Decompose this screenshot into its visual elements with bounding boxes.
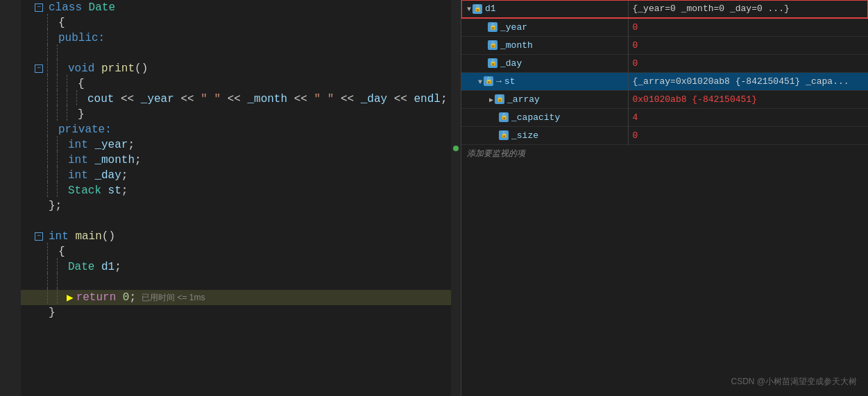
indent: [47, 289, 67, 307]
var-icon: 🔒: [499, 112, 509, 122]
watch-row[interactable]: 🔒_size0: [461, 126, 868, 144]
code-line: {: [21, 244, 451, 259]
watch-value-cell: {_year=0 _month=0 _day=0 ...}: [628, 0, 868, 18]
token: " ": [201, 93, 221, 105]
token: ;: [128, 139, 135, 151]
type-arrow: →: [496, 76, 502, 87]
token: Date: [68, 261, 101, 273]
expand-arrow[interactable]: ▼: [467, 6, 471, 13]
watch-row[interactable]: ▼🔒d1{_year=0 _month=0 _day=0 ...}: [461, 0, 868, 18]
var-icon: 🔒: [488, 22, 497, 32]
watch-name-cell: 🔒_month: [461, 36, 628, 54]
token: int: [49, 230, 75, 243]
watch-name-cell: ▼🔒→st: [461, 72, 628, 90]
indent-line: [57, 44, 67, 60]
indent-line: [47, 258, 57, 273]
code-text: Date d1;: [67, 261, 451, 273]
watch-name-cell: 🔒_size: [461, 126, 628, 144]
token: {: [58, 17, 65, 29]
code-line: cout << _year << " " << _month << " " <<…: [21, 92, 451, 107]
watch-variable-name: _day: [500, 58, 522, 69]
expand-arrow[interactable]: ▼: [478, 78, 482, 86]
watch-row[interactable]: 🔒_year0: [461, 18, 868, 36]
code-line: Date d1;: [21, 259, 451, 275]
line-control[interactable]: −: [21, 64, 47, 73]
indent-line: [57, 136, 67, 151]
indent-line: [47, 289, 57, 304]
indent-line: [57, 289, 67, 304]
watch-value-cell: 0: [628, 54, 868, 72]
token: print: [101, 62, 135, 75]
code-text: int _day;: [67, 169, 451, 182]
token: {: [78, 78, 85, 90]
fold-button[interactable]: −: [35, 232, 43, 241]
code-text: public:: [57, 32, 451, 44]
code-text: cout << _year << " " << _month << " " <<…: [86, 93, 451, 105]
left-gutter: [0, 0, 21, 396]
watch-value-cell: {_array=0x01020ab8 {-842150451} _capa...: [628, 72, 868, 90]
indent-line: [57, 258, 67, 273]
fold-button[interactable]: −: [35, 64, 43, 73]
var-icon: 🔒: [488, 58, 497, 68]
indent-line: [47, 60, 57, 75]
token: endl: [414, 93, 441, 105]
watch-row[interactable]: ▼🔒→st{_array=0x01020ab8 {-842150451} _ca…: [461, 72, 868, 90]
indent-line: [67, 75, 76, 90]
token: _day: [94, 169, 121, 182]
token: <<: [174, 93, 201, 105]
watch-variable-name: _month: [500, 40, 533, 51]
scrollbar[interactable]: [451, 0, 461, 396]
token: _year: [141, 93, 174, 105]
line-control[interactable]: −: [21, 3, 47, 12]
indent-line: [47, 151, 57, 166]
line-control[interactable]: −: [21, 232, 47, 241]
watch-name-cell: ▶🔒_array: [461, 90, 628, 108]
watch-variable-name: st: [504, 76, 516, 87]
code-text: }: [76, 108, 451, 121]
token: ;: [114, 261, 121, 273]
indent-line: [47, 121, 57, 136]
indent-line: [47, 273, 57, 289]
code-line: [21, 275, 451, 290]
code-text: Stack st;: [67, 184, 451, 197]
watch-name-cell: 🔒_capacity: [461, 108, 628, 126]
code-line: −class Date: [21, 0, 451, 15]
watch-table: ▼🔒d1{_year=0 _month=0 _day=0 ...}🔒_year0…: [461, 0, 868, 145]
expand-arrow[interactable]: ▶: [489, 96, 493, 104]
watch-name-cell: 🔒_year: [461, 18, 628, 36]
var-icon: 🔒: [484, 76, 493, 86]
var-icon: 🔒: [488, 40, 497, 50]
add-watch-label[interactable]: 添加要监视的项: [461, 145, 868, 162]
watch-row[interactable]: 🔒_month0: [461, 36, 868, 54]
token: d1: [101, 261, 114, 273]
watch-row[interactable]: 🔒_day0: [461, 54, 868, 72]
code-line: int _year;: [21, 137, 451, 153]
watch-name-cell: 🔒_day: [461, 54, 628, 72]
indent-line: [67, 90, 76, 105]
code-text: private:: [57, 123, 451, 136]
token: Date: [89, 1, 115, 14]
token: cout: [87, 93, 114, 105]
token: ;: [441, 93, 448, 105]
indent-line: [47, 90, 57, 105]
token: _day: [361, 93, 387, 105]
code-line: −void print(): [21, 61, 451, 76]
code-text: {: [57, 17, 451, 29]
token: int: [68, 139, 94, 151]
watermark: CSDN @小树苗渴望变成参天大树: [731, 376, 857, 388]
watch-row[interactable]: 🔒_capacity4: [461, 108, 868, 126]
code-line: }: [21, 305, 451, 320]
code-line: public:: [21, 31, 451, 46]
watch-value-cell: 4: [628, 108, 868, 126]
watch-value-cell: 0x01020ab8 {-842150451}: [628, 90, 868, 108]
code-editor[interactable]: −class Date{public:−void print(){cout <<…: [21, 0, 451, 396]
fold-button[interactable]: −: [35, 3, 43, 12]
indent-line: [47, 136, 57, 151]
indent-line: [57, 273, 67, 289]
execution-arrow: ▶: [67, 291, 74, 304]
editor-panel: −class Date{public:−void print(){cout <<…: [0, 0, 451, 396]
indent-line: [57, 75, 67, 90]
watch-row[interactable]: ▶🔒_array0x01020ab8 {-842150451}: [461, 90, 868, 108]
code-text: {: [76, 78, 451, 90]
token: <<: [114, 93, 140, 105]
